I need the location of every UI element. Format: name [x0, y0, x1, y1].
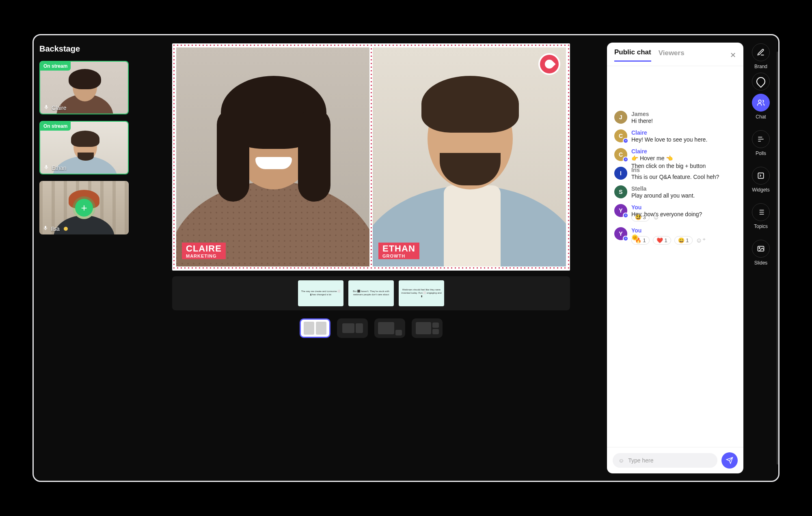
message-body: Hey, how's everyone doing? [631, 211, 702, 218]
chat-input[interactable]: ☺ Type here [613, 453, 717, 468]
host-badge-icon [623, 157, 628, 162]
microphone-icon [43, 164, 49, 171]
backstage-panel: Backstage On stream Claire On stream [34, 35, 139, 481]
backstage-tile-name: Claire [52, 105, 67, 111]
reactions: 🔥 1❤️ 1😀 1☺⁺ [631, 236, 706, 245]
backstage-tile-name: Ilsa [51, 226, 60, 232]
rail-chat[interactable]: Chat [752, 94, 770, 120]
backstage-tile-claire[interactable]: On stream Claire [39, 61, 129, 114]
close-icon[interactable]: ✕ [730, 51, 736, 60]
video-feed-claire[interactable]: CLAIRE MARKETING [176, 47, 369, 267]
avatar: C [614, 129, 627, 142]
rail-label: Topics [754, 224, 768, 229]
chat-message: CClaireHey! We love to see you here. [614, 129, 736, 142]
backstage-title: Backstage [39, 44, 134, 54]
add-to-stream-button[interactable]: + [75, 199, 93, 217]
chat-tabs: Public chat Viewers ✕ [607, 43, 743, 66]
tab-public-chat[interactable]: Public chat [614, 48, 651, 62]
message-author: You [631, 227, 706, 234]
video-feed-ethan[interactable]: ETHAN GROWTH [373, 47, 566, 267]
tab-viewers[interactable]: Viewers [659, 49, 685, 61]
chat-message: YYou🌞🔥 1❤️ 1😀 1☺⁺ [614, 227, 736, 245]
avatar: I [614, 167, 627, 180]
app-window: Backstage On stream Claire On stream [32, 34, 780, 482]
rail-label: Brand [754, 64, 767, 69]
message-body: Hey! We love to see you here. [631, 136, 707, 144]
host-badge-icon [623, 138, 628, 144]
backstage-tile-ilsa[interactable]: + Ilsa [39, 181, 129, 234]
message-body: Hi there! [631, 117, 653, 125]
svg-point-3 [759, 247, 760, 249]
chat-composer: ☺ Type here [607, 447, 743, 473]
layout-split[interactable] [300, 318, 330, 338]
name-tag: CLAIRE MARKETING [182, 243, 226, 259]
microphone-icon [43, 225, 48, 232]
rail-label: Widgets [752, 187, 769, 193]
chat-placeholder: Type here [628, 457, 653, 464]
emoji-icon[interactable]: ☺ [618, 457, 624, 464]
chat-message: JJamesHi there! [614, 111, 736, 124]
rail-label: Chat [756, 114, 766, 120]
slide-thumb[interactable]: The way we create and consume ⬜ ▮ has ch… [298, 280, 343, 306]
message-body: 👉 Hover me 👈Then click on the big + butt… [631, 155, 706, 170]
avatar: J [614, 111, 627, 124]
message-author: James [631, 111, 649, 117]
avatar: C [614, 148, 627, 161]
rail-speech[interactable] [752, 73, 770, 90]
chat-message: YYouHey, how's everyone doing?😀 3☺⁺ [614, 204, 736, 221]
message-author: You [631, 204, 663, 211]
message-author: Claire [631, 129, 647, 136]
slide-thumbnails: The way we create and consume ⬜ ▮ has ch… [172, 276, 570, 310]
backstage-tile-name: Ethan [52, 165, 67, 171]
chat-message: CClaire👉 Hover me 👈Then click on the big… [614, 148, 736, 161]
chat-messages: JJamesHi there!CClaireHey! We love to se… [607, 66, 743, 447]
add-reaction-icon[interactable]: ☺⁺ [696, 236, 706, 244]
message-author: Stella [631, 185, 646, 192]
rail-polls[interactable]: Polls [752, 130, 770, 156]
rail-label: Polls [756, 150, 766, 156]
message-body: Play around all you want. [631, 192, 695, 200]
message-body: 🌞 [631, 234, 638, 241]
name-tag: ETHAN GROWTH [378, 243, 419, 259]
layout-sidebar[interactable] [412, 318, 443, 338]
brand-badge-icon [538, 53, 560, 75]
backstage-tile-ethan[interactable]: On stream Ethan [39, 121, 129, 174]
svg-point-0 [758, 100, 761, 103]
layout-big-small[interactable] [337, 318, 368, 338]
layout-pip[interactable] [374, 318, 405, 338]
chat-message: SStellaPlay around all you want. [614, 185, 736, 198]
avatar: Y [614, 227, 627, 240]
message-author: Claire [631, 148, 647, 155]
rail-topics[interactable]: Topics [752, 203, 770, 229]
status-away-icon [64, 227, 68, 231]
reaction-pill[interactable]: 😀 1 [674, 236, 693, 245]
rail-widgets[interactable]: Widgets [752, 167, 770, 193]
reaction-pill[interactable]: ❤️ 1 [653, 236, 671, 245]
rail-brand[interactable]: Brand [752, 43, 770, 69]
rail-slides[interactable]: Slides [752, 240, 770, 266]
avatar: Y [614, 204, 627, 217]
microphone-icon [43, 104, 49, 111]
stage-area: CLAIRE MARKETING ETHAN [139, 35, 607, 481]
chat-panel: Public chat Viewers ✕ JJamesHi there!CCl… [607, 43, 743, 473]
send-button[interactable] [721, 452, 738, 469]
avatar: S [614, 185, 627, 198]
slide-thumb[interactable]: But ⬛ haven't. They're stuck with webina… [348, 280, 394, 306]
slide-thumb[interactable]: Webinars should feel like they were inve… [399, 280, 444, 306]
on-stream-badge: On stream [40, 62, 71, 71]
right-rail: Brand Chat Polls Widgets Topics Slides [743, 35, 778, 481]
layout-switcher [300, 318, 443, 338]
host-badge-icon [623, 236, 628, 241]
message-body: This is our Q&A feature. Cool heh? [631, 173, 719, 181]
host-badge-icon [623, 213, 628, 218]
on-stream-badge: On stream [40, 122, 71, 131]
rail-label: Slides [754, 260, 768, 266]
stage-canvas: CLAIRE MARKETING ETHAN [172, 43, 570, 271]
